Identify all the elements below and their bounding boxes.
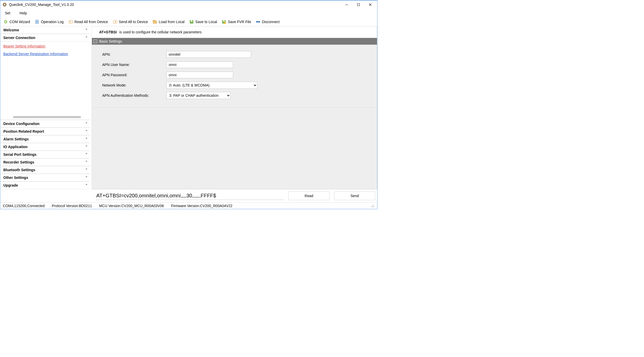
- svg-rect-20: [258, 21, 260, 23]
- settings-group: − Basic Settings APN: APN User Name: APN…: [92, 38, 377, 189]
- read-all-button[interactable]: Read All from Device: [67, 19, 109, 25]
- group-filler: [92, 108, 377, 189]
- save-icon: [189, 20, 194, 24]
- sidebar-section-io-application[interactable]: IO Application ˅˅: [0, 143, 90, 151]
- status-mcu: MCU Version:CV200_MCU_R00A03V06: [99, 204, 164, 208]
- sidebar-section-server-connection[interactable]: Server Connection ˄˄: [0, 34, 90, 42]
- command-name: AT+GTBSI: [99, 30, 117, 34]
- apn-user-label: APN User Name:: [102, 63, 166, 67]
- chevron-down-icon: ˅˅: [86, 153, 87, 156]
- command-description: AT+GTBSI is used to configure the cellul…: [92, 26, 377, 38]
- read-button[interactable]: Read: [288, 191, 329, 200]
- auth-method-select[interactable]: 3: PAP or CHAP authentication: [166, 92, 231, 99]
- status-firmware: Firmware Version:CV200_R00A04V22: [171, 204, 232, 208]
- chevron-down-icon: ˅˅: [86, 168, 87, 172]
- row-network-mode: Network Mode: 0: Auto. (LTE & WCDMA): [102, 80, 371, 90]
- link-backend-server[interactable]: Backend Server Registration Information: [3, 52, 87, 56]
- svg-point-1: [4, 4, 6, 6]
- sidebar-links: Bearer Setting Information Backend Serve…: [0, 42, 90, 116]
- sidebar-section-welcome[interactable]: Welcome ˅˅: [0, 26, 90, 34]
- send-all-button[interactable]: Send All to Device: [112, 19, 149, 25]
- svg-point-18: [224, 22, 226, 24]
- chevron-down-icon: ˅˅: [86, 176, 87, 179]
- sidebar-section-recorder[interactable]: Recorder Settings ˅˅: [0, 158, 90, 166]
- chevron-down-icon: ˅˅: [86, 122, 87, 126]
- svg-rect-17: [223, 20, 225, 22]
- menu-set[interactable]: Set: [3, 10, 12, 16]
- menu-help[interactable]: Help: [18, 10, 29, 16]
- section-label: Device Configuration: [3, 122, 40, 126]
- section-label: Alarm Settings: [3, 137, 29, 141]
- send-icon: [113, 20, 117, 24]
- sidebar-section-serial-port[interactable]: Serial Port Settings ˅˅: [0, 151, 90, 158]
- chevron-down-icon: ˅˅: [86, 184, 87, 187]
- command-desc-text: is used to configure the cellular networ…: [119, 30, 202, 34]
- menubar: Set Help: [0, 9, 377, 17]
- operation-log-button[interactable]: Operation Log: [34, 19, 65, 25]
- toolbar-label: Load from Local: [159, 20, 184, 24]
- open-icon: [153, 20, 157, 24]
- command-string-input[interactable]: [96, 192, 284, 200]
- toolbar-label: Operation Log: [41, 20, 64, 24]
- row-apn-user: APN User Name:: [102, 60, 371, 70]
- main-panel: AT+GTBSI is used to configure the cellul…: [90, 26, 377, 202]
- section-label: Welcome: [3, 28, 19, 32]
- sidebar-section-upgrade[interactable]: Upgrade ˅˅: [0, 181, 90, 189]
- sidebar-section-alarm-settings[interactable]: Alarm Settings ˅˅: [0, 135, 90, 143]
- sidebar-scrollbar[interactable]: [13, 116, 81, 118]
- section-label: Serial Port Settings: [3, 152, 36, 157]
- apn-input[interactable]: [166, 51, 251, 58]
- apn-user-input[interactable]: [166, 61, 233, 68]
- sidebar-section-position-report[interactable]: Position Related Report ˅˅: [0, 128, 90, 135]
- status-connection: COM4,115200,Connected: [3, 204, 45, 208]
- toolbar-label: Read All from Device: [74, 20, 108, 24]
- network-mode-select[interactable]: 0: Auto. (LTE & WCDMA): [166, 82, 257, 89]
- maximize-button[interactable]: [353, 1, 364, 8]
- status-protocol: Protocol Version:BD0211: [52, 204, 92, 208]
- sidebar-section-other[interactable]: Other Settings ˅˅: [0, 174, 90, 181]
- toolbar-label: COM Wizard: [10, 20, 30, 24]
- sidebar-section-device-configuration[interactable]: Device Configuration ˅˅: [0, 120, 90, 128]
- statusbar: COM4,115200,Connected Protocol Version:B…: [0, 202, 377, 209]
- row-apn: APN:: [102, 49, 371, 60]
- toolbar-label: Disconnect: [262, 20, 280, 24]
- com-wizard-button[interactable]: COM Wizard: [2, 19, 31, 25]
- toolbar-label: Send All to Device: [119, 20, 148, 24]
- app-icon: [2, 2, 7, 7]
- group-title: Basic Settings: [99, 39, 122, 43]
- disconnect-icon: [256, 20, 260, 24]
- sidebar-section-bluetooth[interactable]: Bluetooth Settings ˅˅: [0, 166, 90, 174]
- toolbar-label: Save to Local: [195, 20, 217, 24]
- command-row: Read Send: [92, 189, 377, 202]
- group-body: APN: APN User Name: APN Password: Networ…: [92, 45, 377, 108]
- send-button[interactable]: Send: [334, 191, 375, 200]
- section-label: Server Connection: [3, 36, 35, 40]
- link-bearer-setting[interactable]: Bearer Setting Information: [3, 44, 87, 48]
- app-window: Queclink_CV200_Manage_Tool_V1.0.20 Set H…: [0, 0, 377, 209]
- svg-rect-2: [345, 5, 348, 5]
- toolbar-label: Save FVR File: [228, 20, 251, 24]
- resize-grip-icon[interactable]: [371, 204, 375, 208]
- apn-pass-label: APN Password:: [102, 73, 166, 77]
- close-button[interactable]: [364, 1, 376, 8]
- apn-label: APN:: [102, 52, 166, 56]
- collapse-icon: −: [93, 40, 97, 43]
- save-fvr-icon: [222, 20, 226, 24]
- chevron-down-icon: ˅˅: [86, 161, 87, 164]
- section-label: IO Application: [3, 145, 27, 149]
- wand-icon: [3, 20, 8, 24]
- disconnect-button[interactable]: Disconnect: [255, 19, 281, 25]
- chevron-down-icon: ˅˅: [86, 145, 87, 149]
- section-label: Bluetooth Settings: [3, 168, 35, 172]
- minimize-button[interactable]: [341, 1, 353, 8]
- group-header[interactable]: − Basic Settings: [92, 38, 377, 45]
- svg-rect-3: [357, 4, 360, 6]
- row-auth-method: APN Authentication Methods: 3: PAP or CH…: [102, 90, 371, 101]
- save-fvr-button[interactable]: Save FVR File: [221, 19, 252, 25]
- row-apn-pass: APN Password:: [102, 70, 371, 80]
- apn-pass-input[interactable]: [166, 72, 233, 78]
- titlebar: Queclink_CV200_Manage_Tool_V1.0.20: [0, 1, 377, 9]
- svg-rect-15: [191, 20, 192, 22]
- load-local-button[interactable]: Load from Local: [151, 19, 185, 25]
- save-local-button[interactable]: Save to Local: [188, 19, 218, 25]
